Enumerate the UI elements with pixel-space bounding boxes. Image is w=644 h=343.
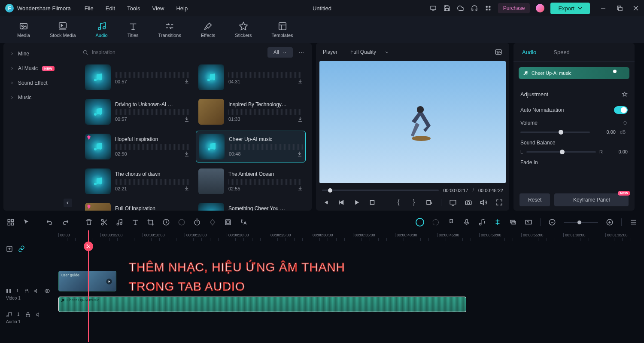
download-icon[interactable] xyxy=(297,186,303,192)
split-icon[interactable] xyxy=(100,218,108,226)
speed-icon[interactable] xyxy=(162,218,170,226)
visibility-icon[interactable] xyxy=(45,288,50,294)
mute-icon[interactable] xyxy=(36,312,42,318)
timeline-ruler[interactable]: 00:0000:00:05:0000:00:10:0000:00:15:0000… xyxy=(56,230,644,242)
audio-clip[interactable]: Cheer Up-AI music xyxy=(58,297,466,312)
apps-icon[interactable] xyxy=(484,4,492,12)
audio-card[interactable]: The Ambient Ocean 02:55 xyxy=(196,166,306,197)
video-lane[interactable]: user guide THÊM NHẠC, HIỆU ỨNG ÂM THANH … xyxy=(56,268,644,294)
pointer-icon[interactable] xyxy=(22,218,30,226)
download-icon[interactable] xyxy=(297,116,303,122)
sidebar-collapse-button[interactable] xyxy=(64,199,72,207)
volume-slider[interactable] xyxy=(520,132,590,133)
download-icon[interactable] xyxy=(184,116,190,122)
mark-out-icon[interactable]: } xyxy=(410,199,418,206)
minimize-icon[interactable] xyxy=(600,5,606,11)
track-view-icon[interactable] xyxy=(629,218,637,226)
purchase-button[interactable]: Purchase xyxy=(498,3,530,13)
close-icon[interactable] xyxy=(633,5,639,11)
more-options-icon[interactable]: ⋯ xyxy=(297,48,306,57)
render-button[interactable] xyxy=(416,218,424,227)
add-track-icon[interactable] xyxy=(6,245,13,252)
mixer-icon[interactable] xyxy=(478,218,486,226)
export-button[interactable]: Export xyxy=(550,3,590,14)
audio-card[interactable]: 00:57 xyxy=(82,62,192,93)
display-icon[interactable] xyxy=(449,199,457,206)
zoom-in-icon[interactable] xyxy=(606,218,614,226)
audio-card[interactable]: Hopeful Inspiration 02:50 xyxy=(82,131,192,162)
audio-card[interactable]: Inspired By Technology… 01:33 xyxy=(196,96,306,127)
menu-edit[interactable]: Edit xyxy=(106,5,115,12)
lock-icon[interactable] xyxy=(25,312,31,318)
audio-lane[interactable]: Cheer Up-AI music xyxy=(56,294,644,315)
tab-templates[interactable]: Templates xyxy=(271,21,293,38)
text-icon[interactable] xyxy=(131,218,139,226)
redo-icon[interactable] xyxy=(61,218,69,226)
mark-in-icon[interactable]: { xyxy=(395,199,402,206)
playhead[interactable] xyxy=(88,230,89,342)
audio-card[interactable]: Something Cheer You … xyxy=(196,200,306,211)
color-icon[interactable] xyxy=(178,218,185,226)
mic-icon[interactable] xyxy=(463,218,471,226)
maximize-icon[interactable] xyxy=(617,5,623,11)
tab-transitions[interactable]: Transitions xyxy=(158,21,181,38)
download-icon[interactable] xyxy=(297,151,303,157)
auto-norm-toggle[interactable] xyxy=(614,106,628,114)
volume-icon[interactable] xyxy=(480,199,488,206)
zoom-slider[interactable] xyxy=(564,222,598,223)
section-adjustment[interactable]: Adjustment xyxy=(520,86,628,103)
save-icon[interactable] xyxy=(443,4,451,12)
download-icon[interactable] xyxy=(184,186,190,192)
audio-card[interactable]: Driving to Unknown-AI … 00:57 xyxy=(82,96,192,127)
play-back-icon[interactable] xyxy=(337,199,345,206)
scrub-bar[interactable] xyxy=(322,190,439,191)
selected-clip-chip[interactable]: Cheer Up-AI music xyxy=(519,67,629,79)
keyframe-icon[interactable] xyxy=(209,218,216,226)
fullscreen-icon[interactable] xyxy=(495,199,503,206)
cloud-icon[interactable] xyxy=(457,4,465,12)
download-icon[interactable] xyxy=(184,79,190,85)
mask-icon[interactable] xyxy=(224,218,232,226)
sidebar-item-music[interactable]: Music xyxy=(3,90,76,105)
mute-icon[interactable] xyxy=(34,288,39,294)
enhance-icon[interactable] xyxy=(432,218,440,226)
device-icon[interactable] xyxy=(429,4,437,12)
download-icon[interactable] xyxy=(297,79,303,85)
translate-icon[interactable] xyxy=(240,218,247,226)
menu-help[interactable]: Help xyxy=(176,5,188,12)
reset-button[interactable]: Reset xyxy=(519,193,550,206)
group-icon[interactable] xyxy=(509,218,517,226)
avatar[interactable] xyxy=(536,4,544,12)
volume-value[interactable]: 0,00 xyxy=(594,129,616,135)
quality-select[interactable]: Full Quality xyxy=(350,49,389,55)
audio-card[interactable]: 04:31 xyxy=(196,62,306,93)
snap-icon[interactable] xyxy=(494,218,501,226)
lock-icon[interactable] xyxy=(24,288,29,294)
tab-media[interactable]: Media xyxy=(17,21,30,38)
balance-value[interactable]: 0,00 xyxy=(606,149,628,154)
snapshot-icon[interactable] xyxy=(495,48,502,56)
sidebar-item-sound-effect[interactable]: Sound Effect xyxy=(3,76,76,90)
tab-effects[interactable]: Effects xyxy=(201,21,215,38)
play-icon[interactable] xyxy=(353,199,361,206)
menu-file[interactable]: File xyxy=(85,5,94,12)
balance-slider[interactable] xyxy=(526,151,596,153)
timer-icon[interactable] xyxy=(193,218,201,226)
menu-view[interactable]: View xyxy=(152,5,164,12)
keyframe-diamond-icon[interactable] xyxy=(623,120,628,126)
keyframe-panel-button[interactable]: Keyframe PanelNEW xyxy=(554,193,629,206)
music-beat-icon[interactable] xyxy=(116,218,124,226)
video-preview[interactable] xyxy=(319,61,506,183)
camera-icon[interactable] xyxy=(465,199,472,206)
tab-stickers[interactable]: Stickers xyxy=(235,21,252,38)
zoom-out-icon[interactable] xyxy=(548,218,556,226)
delete-icon[interactable] xyxy=(85,218,93,226)
props-tab-audio[interactable]: Audio xyxy=(513,43,545,61)
tab-audio[interactable]: Audio xyxy=(96,21,108,38)
prev-frame-icon[interactable] xyxy=(322,199,330,206)
audio-card[interactable]: Cheer Up-AI music 00:48 xyxy=(196,131,306,162)
search-input[interactable]: inspiration xyxy=(82,49,263,55)
support-icon[interactable] xyxy=(471,4,478,12)
video-clip[interactable]: user guide xyxy=(58,271,116,291)
undo-icon[interactable] xyxy=(46,218,54,226)
